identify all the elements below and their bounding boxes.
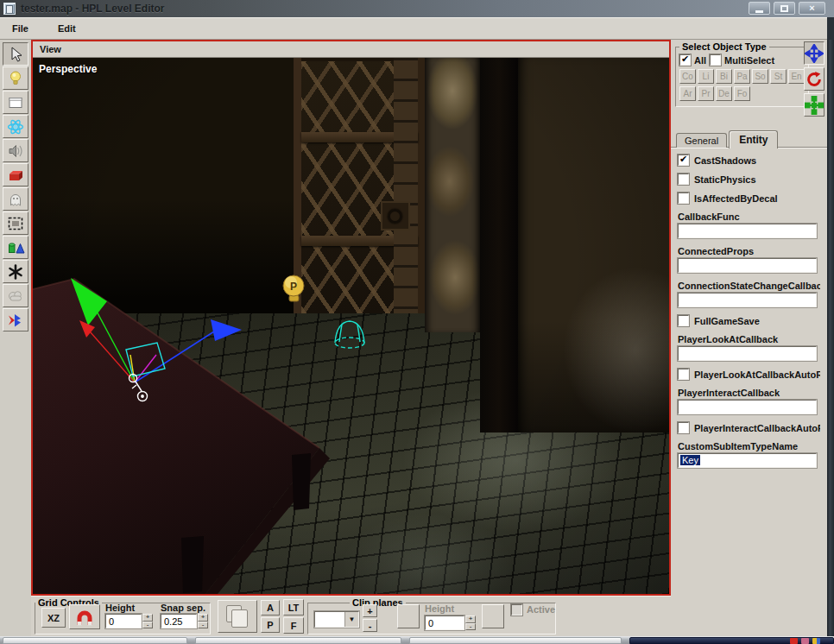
title-bar[interactable]: tester.map - HPL Level Editor × bbox=[0, 0, 834, 17]
fog-area-tool-button[interactable] bbox=[3, 284, 28, 307]
select-tool-button[interactable] bbox=[3, 42, 28, 66]
menu-file[interactable]: File bbox=[9, 22, 32, 35]
spin-down-icon[interactable]: - bbox=[198, 622, 208, 629]
minimize-button[interactable] bbox=[749, 2, 770, 15]
type-button-li[interactable]: Li bbox=[698, 69, 714, 84]
ghost-icon bbox=[5, 190, 26, 209]
snap-sep-input[interactable] bbox=[161, 614, 197, 628]
object-toolbar bbox=[0, 40, 31, 636]
spin-down-icon[interactable]: - bbox=[142, 622, 153, 629]
clip-plane-remove-button[interactable]: - bbox=[363, 619, 377, 632]
castshadows-checkbox[interactable] bbox=[678, 155, 689, 166]
playerlookatcallbackautoremove-label: PlayerLookAtCallbackAutoRemove bbox=[694, 369, 820, 380]
area-tool-button[interactable] bbox=[3, 212, 28, 235]
staticphysics-checkbox[interactable] bbox=[678, 174, 689, 185]
ambient-toggle-button[interactable]: A bbox=[261, 600, 280, 616]
rotate-tool-button[interactable] bbox=[804, 67, 825, 91]
billboard-tool-button[interactable] bbox=[3, 91, 28, 114]
clip-height-spinner[interactable]: + - bbox=[465, 616, 476, 630]
type-button-ar[interactable]: Ar bbox=[679, 86, 696, 101]
fullgamesave-checkbox[interactable] bbox=[678, 315, 689, 326]
callbackfunc-input[interactable] bbox=[678, 224, 817, 238]
playerinteractcallback-input[interactable] bbox=[678, 400, 817, 414]
grid-plane-toggle-button[interactable]: XZ bbox=[41, 608, 66, 628]
points-toggle-button[interactable]: P bbox=[261, 617, 280, 633]
cursor-icon bbox=[5, 45, 26, 64]
bottom-toolbar: Grid Controls XZ Height + - Snap sep. + … bbox=[31, 596, 671, 636]
clip-plane-blank-button-2[interactable] bbox=[482, 604, 504, 628]
speaker-icon bbox=[5, 142, 26, 161]
primitive-tool-button[interactable] bbox=[3, 163, 28, 186]
menu-edit[interactable]: Edit bbox=[54, 22, 79, 35]
grid-height-spinner[interactable]: + - bbox=[142, 614, 153, 628]
multiselect-checkbox[interactable] bbox=[710, 54, 721, 66]
snap-toggle-button[interactable] bbox=[69, 604, 100, 629]
taskbar-item[interactable] bbox=[409, 637, 622, 644]
decal-tool-button[interactable] bbox=[3, 260, 28, 283]
scale-tool-button[interactable] bbox=[804, 93, 825, 117]
playerlookatcallbackautoremove-checkbox[interactable] bbox=[678, 369, 689, 380]
playerinteractcallback-label: PlayerInteractCallback bbox=[678, 388, 820, 398]
clip-height-label: Height bbox=[425, 603, 454, 614]
static-object-tool-button[interactable] bbox=[3, 236, 28, 259]
playerinteractcallbackautoremove-checkbox[interactable] bbox=[678, 422, 689, 433]
tray-icon-pink[interactable] bbox=[801, 638, 809, 644]
entity-tool-button[interactable] bbox=[3, 187, 28, 211]
translate-tool-button[interactable] bbox=[804, 41, 825, 65]
type-button-bi[interactable]: Bi bbox=[716, 69, 732, 84]
type-button-pr[interactable]: Pr bbox=[698, 86, 714, 101]
chevron-down-icon[interactable]: ▼ bbox=[344, 612, 358, 627]
customsubitemtypename-input[interactable]: Key bbox=[678, 453, 817, 468]
area-marker-dome[interactable] bbox=[335, 321, 364, 348]
type-button-co[interactable]: Co bbox=[679, 69, 696, 84]
isaffectedbydecal-checkbox[interactable] bbox=[678, 193, 689, 204]
type-button-fo[interactable]: Fo bbox=[734, 86, 750, 101]
tab-entity[interactable]: Entity bbox=[729, 130, 778, 148]
connectedprops-input[interactable] bbox=[678, 258, 817, 273]
type-button-pa[interactable]: Pa bbox=[734, 69, 750, 84]
snap-sep-spinner[interactable]: + - bbox=[198, 614, 208, 628]
connectionstatechangecallback-input[interactable] bbox=[678, 293, 817, 307]
viewport-view-menu[interactable]: View bbox=[40, 44, 61, 54]
tab-general[interactable]: General bbox=[676, 133, 727, 148]
maximize-icon bbox=[780, 5, 788, 12]
f-toggle-button[interactable]: F bbox=[283, 617, 304, 634]
scene-canvas[interactable]: Perspective bbox=[33, 58, 669, 594]
point-light-billboard[interactable]: P bbox=[283, 275, 304, 301]
clip-active-checkbox[interactable] bbox=[511, 604, 522, 616]
clip-plane-select[interactable]: ▼ bbox=[314, 611, 359, 628]
type-button-de[interactable]: De bbox=[716, 86, 732, 101]
scale-arrows-icon bbox=[805, 96, 824, 115]
close-button[interactable]: × bbox=[799, 2, 825, 15]
fullgamesave-label: FullGameSave bbox=[694, 316, 760, 326]
taskbar-item[interactable] bbox=[3, 637, 187, 644]
clip-height-input[interactable] bbox=[425, 616, 464, 630]
playerlookatcallback-input[interactable] bbox=[678, 346, 817, 361]
clip-active-label: Active bbox=[527, 604, 555, 615]
spin-down-icon[interactable]: - bbox=[465, 623, 476, 631]
type-button-so[interactable]: So bbox=[752, 69, 768, 84]
type-button-st[interactable]: St bbox=[770, 69, 787, 84]
property-tabs: General Entity bbox=[676, 129, 780, 148]
particle-tool-button[interactable] bbox=[3, 115, 28, 138]
clip-plane-add-button[interactable]: + bbox=[363, 604, 377, 617]
sound-tool-button[interactable] bbox=[3, 139, 28, 162]
staticphysics-label: StaticPhysics bbox=[694, 174, 756, 185]
combine-tool-button[interactable] bbox=[3, 308, 28, 331]
lt-toggle-button[interactable]: LT bbox=[283, 599, 304, 616]
taskbar-item[interactable] bbox=[195, 637, 401, 644]
tray-icon-red[interactable] bbox=[790, 638, 798, 644]
maximize-button[interactable] bbox=[774, 2, 795, 15]
window-frame-edge bbox=[827, 40, 834, 636]
viewport-layout-button[interactable] bbox=[218, 600, 257, 633]
light-tool-button[interactable] bbox=[3, 66, 28, 90]
grid-height-input[interactable] bbox=[105, 614, 142, 628]
camera-mode-label[interactable]: Perspective bbox=[39, 63, 97, 75]
os-taskbar[interactable] bbox=[0, 636, 834, 644]
clip-plane-blank-button-1[interactable] bbox=[397, 604, 420, 628]
all-checkbox[interactable] bbox=[679, 54, 691, 66]
type-button-en[interactable]: En bbox=[788, 69, 805, 84]
shapes-icon bbox=[5, 238, 26, 257]
gizmo-z-arrowhead[interactable] bbox=[211, 319, 242, 341]
tray-icon-misc[interactable] bbox=[812, 638, 820, 644]
